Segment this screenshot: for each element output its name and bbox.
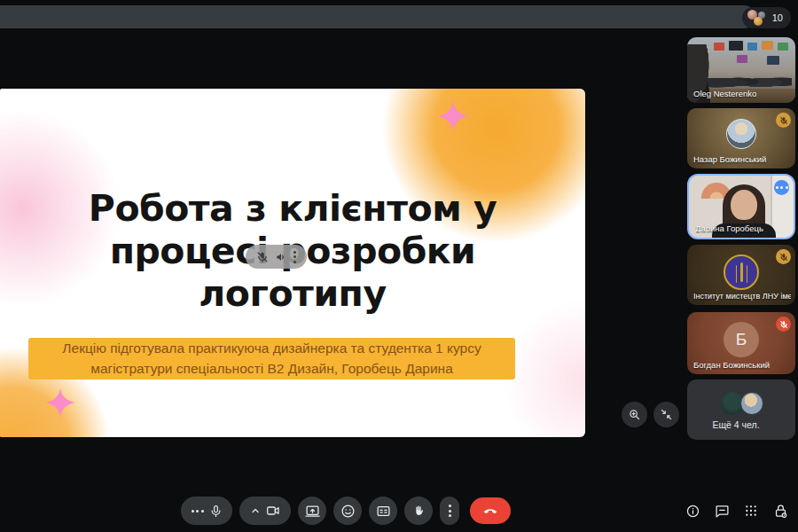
initial-avatar: Б xyxy=(724,322,759,357)
magnifier-plus-icon xyxy=(628,408,641,421)
presentation-slide: Робота з клієнтом у процесі розробки лог… xyxy=(0,89,585,437)
activities-button[interactable] xyxy=(742,502,760,520)
end-call-button[interactable] xyxy=(470,497,511,524)
collapse-arrows-icon xyxy=(660,408,673,421)
chat-button[interactable] xyxy=(713,502,731,520)
institution-logo xyxy=(724,254,759,290)
lock-icon xyxy=(773,504,788,519)
wall-art xyxy=(729,41,743,51)
raise-hand-icon xyxy=(411,504,426,518)
participant-tile[interactable]: Інститут мистецтв ЛНУ іме... xyxy=(687,245,795,305)
present-screen-icon xyxy=(305,504,320,519)
audio-overlay-pill[interactable] xyxy=(246,245,307,269)
mic-icon xyxy=(209,505,223,518)
participant-tile[interactable]: Назар Божинський xyxy=(687,108,795,168)
mic-off-icon xyxy=(779,116,788,125)
sparkle-icon xyxy=(436,99,470,133)
host-controls-button[interactable] xyxy=(771,502,789,520)
slide-title-line: логотипу xyxy=(0,273,585,316)
call-controls-toolbar xyxy=(181,497,511,525)
mic-off-badge xyxy=(776,113,791,128)
participant-name: Богдан Божинський xyxy=(693,360,770,370)
more-options-button[interactable] xyxy=(440,497,459,525)
chevron-up-icon xyxy=(250,505,261,516)
overflow-label: Ещё 4 чел. xyxy=(687,419,785,430)
wall-art xyxy=(737,55,747,63)
participant-avatars-cluster xyxy=(747,10,768,26)
more-options-icon xyxy=(776,186,788,189)
participant-tile[interactable]: Oleg Nesterenko xyxy=(687,37,795,103)
camera-button[interactable] xyxy=(239,497,291,525)
classroom-audience xyxy=(703,71,792,90)
chat-icon xyxy=(715,504,730,519)
end-call-phone-icon xyxy=(482,503,498,519)
mic-off-icon xyxy=(779,253,788,262)
tile-options-button[interactable] xyxy=(774,180,789,195)
participant-name: Назар Божинський xyxy=(693,154,766,164)
present-screen-button[interactable] xyxy=(298,497,326,525)
camera-icon xyxy=(266,504,280,518)
wall-art xyxy=(767,56,779,65)
participant-name: Інститут мистецтв ЛНУ іме... xyxy=(693,292,791,301)
mic-off-badge xyxy=(776,249,791,264)
info-icon xyxy=(685,504,700,519)
person-face xyxy=(731,190,757,220)
speaker-icon xyxy=(275,251,287,263)
apps-grid-icon xyxy=(744,504,758,518)
meeting-details-button[interactable] xyxy=(684,502,701,520)
more-options-icon xyxy=(449,505,451,517)
slide-title-line: Робота з клієнтом у xyxy=(0,188,585,231)
wall-art xyxy=(747,43,757,51)
overflow-participants-tile[interactable]: Ещё 4 чел. xyxy=(687,379,795,440)
more-options-icon xyxy=(293,251,296,263)
smiley-icon xyxy=(340,504,356,519)
reactions-button[interactable] xyxy=(333,497,362,525)
mic-off-icon xyxy=(779,320,788,329)
zoom-button[interactable] xyxy=(622,402,647,427)
participant-count: 10 xyxy=(772,12,783,23)
mic-off-icon xyxy=(256,251,269,263)
participant-tile-active-speaker[interactable]: Дарина Горобець xyxy=(687,174,795,239)
meeting-window: 10 Робота з клієнтом у процесі розробки … xyxy=(0,0,798,532)
participant-counter[interactable]: 10 xyxy=(742,7,791,28)
mic-off-badge xyxy=(776,317,791,332)
overflow-avatars xyxy=(721,392,765,415)
captions-button[interactable] xyxy=(369,497,397,525)
wall-art xyxy=(714,43,724,51)
slide-subtitle-banner: Лекцію підготувала практикуюча дизайнерк… xyxy=(28,338,515,379)
participant-name: Oleg Nesterenko xyxy=(693,89,756,98)
wall-art xyxy=(778,43,788,51)
meeting-panels-toolbar xyxy=(684,502,789,520)
avatar xyxy=(726,119,756,149)
sparkle-icon xyxy=(44,387,76,419)
collapse-button[interactable] xyxy=(653,402,679,427)
captions-icon xyxy=(376,504,391,519)
mic-button[interactable] xyxy=(181,497,232,525)
audio-options-icon xyxy=(192,510,204,512)
participant-name: Дарина Горобець xyxy=(695,223,763,233)
participant-tile[interactable]: Б Богдан Божинський xyxy=(687,312,795,374)
window-title-bar xyxy=(0,5,755,28)
raise-hand-button[interactable] xyxy=(404,497,433,525)
wall-art xyxy=(762,41,773,50)
